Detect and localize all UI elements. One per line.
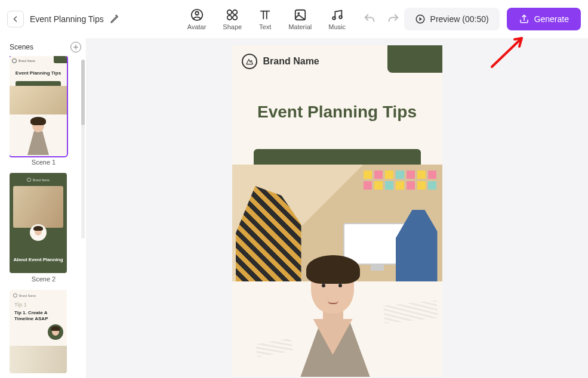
decoration: [16, 81, 61, 86]
canvas-headline[interactable]: Event Planning Tips: [232, 103, 442, 122]
scene2-title: About Event Planning: [10, 257, 67, 262]
tool-material[interactable]: Material: [288, 8, 312, 30]
brand-badge: Brand Name: [13, 293, 36, 298]
rename-button[interactable]: [107, 12, 122, 26]
preview-button[interactable]: Preview (00:50): [404, 8, 500, 30]
avatar-icon: [190, 8, 204, 21]
export-icon: [519, 14, 529, 24]
tool-material-label: Material: [288, 23, 312, 30]
generate-button[interactable]: Generate: [507, 8, 581, 30]
redo-icon: [387, 13, 400, 26]
tip-watermark: Tip 1: [14, 302, 27, 308]
canvas-avatar[interactable]: [278, 252, 397, 377]
tool-shape[interactable]: Shape: [223, 8, 242, 30]
brand-bar: Brand Name: [242, 54, 319, 69]
scene-thumb-2[interactable]: Brand Name About Event Planning: [10, 173, 67, 273]
scene-thumb-3[interactable]: Brand Name Tip 1 Tip 1. Create A Timelin…: [10, 290, 67, 373]
sidebar-scrollbar[interactable]: [81, 60, 85, 238]
tool-avatar[interactable]: Avatar: [187, 8, 207, 30]
scene3-title: Tip 1. Create A Timeline ASAP: [14, 310, 62, 322]
plus-icon: [73, 44, 79, 50]
chevron-left-icon: [12, 16, 19, 23]
workspace: Scenes Brand Name Event Planning Tips Sc…: [0, 38, 588, 378]
right-actions: Preview (00:50) Generate: [404, 8, 581, 30]
tool-shape-label: Shape: [223, 23, 242, 30]
pencil-icon: [110, 14, 119, 24]
scenes-header: Scenes: [10, 42, 81, 52]
svg-point-1: [195, 11, 199, 15]
photo-placeholder: [10, 86, 67, 114]
tool-music-label: Music: [328, 23, 346, 30]
svg-point-7: [297, 12, 300, 14]
svg-point-4: [227, 15, 232, 19]
canvas-area[interactable]: Brand Name Event Planning Tips: [86, 38, 588, 378]
avatar-placeholder: [30, 224, 47, 241]
preview-label: Preview (00:50): [430, 14, 489, 24]
scene-thumb-1[interactable]: Brand Name Event Planning Tips: [10, 56, 67, 156]
sticky-notes-illustration: [364, 171, 436, 190]
brand-name: Brand Name: [263, 56, 319, 67]
person-illustration: [396, 210, 438, 281]
scene1-title: Event Planning Tips: [10, 70, 67, 76]
avatar-placeholder: [48, 324, 63, 340]
brand-badge: Brand Name: [10, 178, 67, 182]
decoration: [54, 56, 67, 63]
undo-icon: [363, 13, 376, 26]
shape-icon: [226, 8, 239, 21]
text-icon: [258, 8, 272, 21]
back-button[interactable]: [7, 11, 24, 27]
scene-2-label: Scene 2: [10, 275, 78, 283]
decoration-corner: [387, 45, 442, 73]
scene-1-label: Scene 1: [10, 159, 78, 166]
svg-point-9: [339, 16, 342, 18]
undo-redo-group: [362, 12, 401, 26]
svg-point-3: [233, 10, 237, 14]
scenes-title: Scenes: [10, 43, 33, 51]
svg-point-5: [233, 15, 237, 19]
svg-point-2: [227, 10, 232, 14]
redo-button[interactable]: [386, 12, 401, 26]
tool-avatar-label: Avatar: [187, 23, 207, 30]
material-icon: [294, 8, 307, 21]
tool-text[interactable]: Text: [258, 8, 272, 30]
photo-placeholder: [13, 186, 63, 228]
scrollbar-handle[interactable]: [81, 60, 85, 125]
brand-logo-icon: [242, 54, 257, 69]
scene-list[interactable]: Brand Name Event Planning Tips Scene 1 B…: [10, 56, 81, 376]
decoration-pill: [254, 149, 421, 165]
brand-badge: Brand Name: [12, 58, 35, 63]
play-circle-icon: [415, 14, 426, 24]
project-title: Event Planning Tips: [30, 14, 104, 24]
avatar-placeholder: [25, 117, 51, 155]
tool-music[interactable]: Music: [328, 8, 346, 30]
scenes-sidebar: Scenes Brand Name Event Planning Tips Sc…: [0, 38, 86, 378]
generate-label: Generate: [534, 14, 569, 24]
scene-canvas[interactable]: Brand Name Event Planning Tips: [232, 45, 442, 377]
add-scene-button[interactable]: [70, 42, 81, 52]
music-icon: [331, 8, 344, 21]
tool-text-label: Text: [259, 23, 271, 30]
tool-row: Avatar Shape Text Material Music: [187, 8, 346, 30]
top-bar: Event Planning Tips Avatar Shape Text: [0, 0, 588, 38]
svg-point-8: [333, 17, 335, 20]
photo-placeholder: [10, 346, 67, 373]
undo-button[interactable]: [362, 12, 377, 26]
